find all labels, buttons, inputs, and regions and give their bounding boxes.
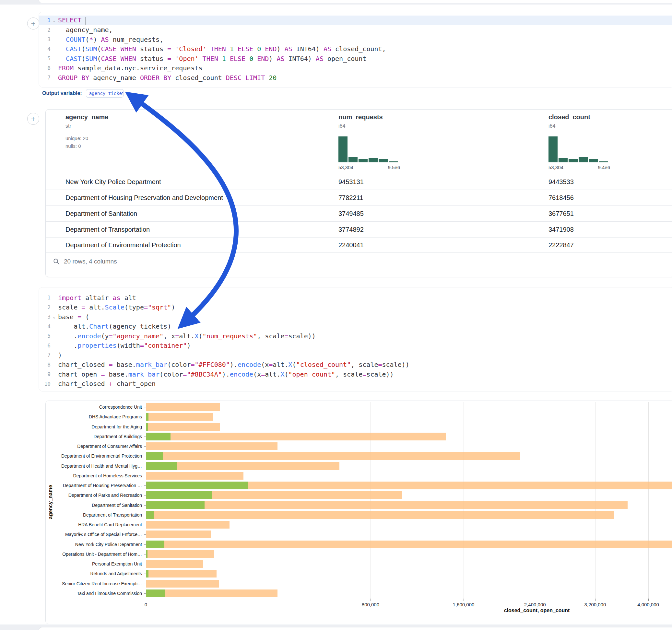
code-line[interactable]: 7)	[39, 350, 672, 360]
code-line[interactable]: 9chart_open = base.mark_bar(color="#8BC3…	[39, 369, 672, 379]
code-token: SUM	[85, 45, 97, 53]
code-token: "container"	[144, 342, 187, 349]
table-cell: Department of Transportation	[66, 225, 150, 233]
closed-count-bar[interactable]	[146, 403, 220, 411]
code-token: 1	[222, 55, 226, 63]
sql-editor-cell[interactable]: 1⌄SELECT 2 agency_name,3 COUNT(*) AS num…	[39, 12, 672, 88]
closed-count-bar[interactable]	[146, 501, 628, 509]
code-line[interactable]: 10chart_closed + chart_open	[39, 379, 672, 389]
code-token	[117, 45, 121, 53]
open-count-bar[interactable]	[146, 570, 148, 578]
column-meta: nulls: 0	[66, 143, 81, 149]
closed-count-bar[interactable]	[146, 560, 203, 568]
code-line[interactable]: 1⌄SELECT	[39, 16, 672, 25]
search-icon[interactable]	[53, 258, 60, 265]
column-name: agency_name	[66, 114, 108, 121]
open-count-bar[interactable]	[146, 413, 148, 421]
code-line[interactable]: 2 agency_name,	[39, 25, 672, 35]
code-token: , scale	[351, 361, 378, 368]
code-token: )	[277, 45, 284, 53]
plus-icon: +	[31, 20, 35, 28]
python-code-lines[interactable]: 1import altair as alt2scale = alt.Scale(…	[39, 293, 672, 389]
closed-count-bar[interactable]	[146, 452, 520, 460]
fold-chevron-icon[interactable]: ⌄	[51, 18, 58, 23]
code-line[interactable]: 4 CAST(SUM(CASE WHEN status = 'Closed' T…	[39, 44, 672, 54]
code-token: alt.	[58, 322, 89, 330]
open-count-bar[interactable]	[146, 482, 248, 489]
code-token: 0	[249, 55, 253, 63]
open-count-bar[interactable]	[146, 589, 165, 597]
code-token: INT64)	[292, 45, 323, 53]
code-line[interactable]: 2scale = alt.Scale(type="sqrt")	[39, 303, 672, 312]
code-token: 'Open'	[175, 55, 198, 63]
table-row[interactable]: Department of Transportation377489234719…	[46, 221, 672, 237]
code-line[interactable]: 5 CAST(SUM(CASE WHEN status = 'Open' THE…	[39, 54, 672, 64]
closed-count-bar[interactable]	[146, 550, 214, 558]
fold-chevron-icon[interactable]: ⌄	[51, 314, 58, 319]
line-number: 6	[39, 343, 51, 349]
code-token: X	[281, 370, 284, 378]
y-axis-label: Mayorâ€ s Office of Special Enforce…	[65, 530, 142, 539]
code-token: )	[93, 35, 101, 43]
code-token	[241, 74, 245, 82]
sql-code-lines[interactable]: 1⌄SELECT 2 agency_name,3 COUNT(*) AS num…	[39, 16, 672, 83]
open-count-bar[interactable]	[146, 511, 154, 519]
table-row[interactable]: Department of Environmental Protection22…	[46, 237, 672, 253]
code-token: (type	[124, 303, 144, 311]
code-token: Chart	[89, 322, 109, 330]
closed-count-bar[interactable]	[146, 521, 230, 529]
open-count-bar[interactable]	[146, 423, 148, 431]
code-token: ).	[230, 361, 238, 368]
add-cell-button-middle[interactable]: +	[27, 113, 39, 125]
code-token: ELSE	[230, 55, 245, 63]
y-axis-label: Department of Environmental Protection	[61, 451, 142, 461]
closed-count-bar[interactable]	[146, 540, 672, 548]
table-row[interactable]: Department of Sanitation37494853677651	[46, 205, 672, 221]
open-count-bar[interactable]	[146, 540, 164, 548]
closed-count-bar[interactable]	[146, 511, 614, 519]
code-token: )	[171, 303, 175, 311]
code-token: AS	[101, 35, 109, 43]
code-line[interactable]: 8chart_closed = base.mark_bar(color="#FF…	[39, 360, 672, 370]
code-token	[58, 55, 66, 63]
closed-count-bar[interactable]	[146, 442, 278, 450]
code-line[interactable]: 1import altair as alt	[39, 293, 672, 303]
line-number: 5	[39, 333, 51, 339]
code-token: (width	[117, 342, 140, 349]
closed-count-bar[interactable]	[146, 472, 243, 480]
code-line[interactable]: 7GROUP BY agency_name ORDER BY closed_co…	[39, 73, 672, 83]
add-cell-button-top[interactable]: +	[27, 18, 39, 29]
open-count-bar[interactable]	[146, 501, 205, 509]
code-text: CAST(SUM(CASE WHEN status = 'Closed' THE…	[58, 45, 672, 53]
next-cell-top	[39, 627, 672, 630]
code-line[interactable]: 3⌄base = (	[39, 312, 672, 322]
code-token: alt	[121, 294, 136, 302]
open-count-bar[interactable]	[146, 433, 170, 440]
code-token: =	[144, 303, 148, 311]
code-line[interactable]: 5 .encode(y="agency_name", x=alt.X("num_…	[39, 331, 672, 341]
code-token: (	[292, 361, 296, 368]
closed-count-bar[interactable]	[146, 433, 446, 440]
closed-count-bar[interactable]	[146, 423, 220, 431]
python-editor-cell[interactable]: 1import altair as alt2scale = alt.Scale(…	[39, 287, 672, 391]
open-count-bar[interactable]	[146, 462, 177, 470]
table-row[interactable]: New York City Police Department945313194…	[46, 174, 672, 190]
code-token: scale	[58, 303, 81, 311]
code-token	[253, 45, 257, 53]
closed-count-bar[interactable]	[146, 570, 217, 578]
closed-count-bar[interactable]	[146, 580, 219, 587]
closed-count-bar[interactable]	[146, 413, 213, 421]
code-token: .	[58, 342, 77, 349]
code-line[interactable]: 6 .properties(width="container")	[39, 341, 672, 350]
output-variable-chip[interactable]: agency_tickets	[86, 89, 123, 98]
code-line[interactable]: 6FROM sample_data.nyc.service_requests	[39, 64, 672, 73]
code-line[interactable]: 3 COUNT(*) AS num_requests,	[39, 35, 672, 44]
open-count-bar[interactable]	[146, 491, 212, 499]
table-row[interactable]: Department of Housing Preservation and D…	[46, 190, 672, 205]
code-token: chart_closed	[58, 380, 109, 388]
closed-count-bar[interactable]	[146, 589, 278, 597]
open-count-bar[interactable]	[146, 452, 163, 460]
code-line[interactable]: 4 alt.Chart(agency_tickets)	[39, 322, 672, 332]
closed-count-bar[interactable]	[146, 531, 211, 538]
open-count-bar[interactable]	[146, 550, 147, 558]
